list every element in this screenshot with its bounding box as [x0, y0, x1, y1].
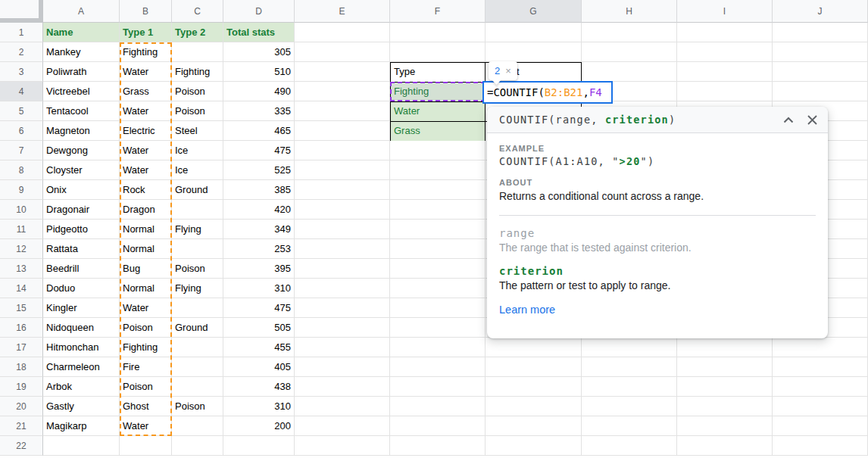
cell-J21[interactable] [773, 416, 868, 436]
cell-I21[interactable] [677, 416, 773, 436]
cell-D2[interactable]: 305 [223, 42, 295, 62]
cell-E10[interactable] [295, 200, 390, 220]
cell-C14[interactable]: Flying [172, 279, 223, 298]
cell-F5[interactable]: Water [391, 102, 486, 122]
cell-A3[interactable]: Poliwrath [43, 62, 120, 82]
cell-B13[interactable]: Bug [120, 259, 172, 279]
select-all-corner[interactable] [0, 0, 43, 23]
cell-E5[interactable] [295, 101, 390, 121]
cell-J3[interactable] [773, 62, 868, 82]
cell-I3[interactable] [677, 62, 773, 82]
cell-F19[interactable] [390, 377, 486, 397]
cell-A8[interactable]: Cloyster [43, 160, 120, 180]
cell-F18[interactable] [390, 357, 486, 377]
cell-C5[interactable]: Poison [172, 101, 223, 121]
cell-B6[interactable]: Electric [120, 121, 172, 141]
cell-E14[interactable] [295, 279, 390, 298]
cell-B3[interactable]: Water [120, 62, 172, 82]
column-header-G[interactable]: G [486, 0, 582, 23]
row-header-17[interactable]: 17 [0, 338, 43, 357]
cell-F22[interactable] [390, 436, 486, 456]
cell-C11[interactable]: Flying [172, 220, 223, 239]
cell-D10[interactable]: 420 [223, 200, 295, 220]
cell-A6[interactable]: Magneton [43, 121, 120, 141]
cell-G17[interactable] [486, 338, 582, 357]
cell-F4[interactable]: Fighting [391, 83, 486, 102]
cell-E22[interactable] [295, 436, 390, 456]
cell-C10[interactable] [172, 200, 223, 220]
cell-D9[interactable]: 385 [223, 180, 295, 200]
collapse-icon[interactable] [783, 117, 794, 123]
cell-D21[interactable]: 200 [223, 416, 295, 436]
cell-C4[interactable]: Poison [172, 82, 223, 101]
cell-F14[interactable] [390, 279, 486, 298]
row-header-19[interactable]: 19 [0, 377, 43, 397]
column-header-C[interactable]: C [172, 0, 223, 23]
cell-G1[interactable] [486, 23, 582, 42]
cell-F9[interactable] [390, 180, 486, 200]
cell-G20[interactable] [486, 397, 582, 416]
cell-D22[interactable] [223, 436, 295, 456]
cell-I17[interactable] [677, 338, 773, 357]
cell-A9[interactable]: Onix [43, 180, 120, 200]
cell-C12[interactable] [172, 239, 223, 259]
cell-A4[interactable]: Victreebel [43, 82, 120, 101]
cell-E6[interactable] [295, 121, 390, 141]
column-header-E[interactable]: E [295, 0, 390, 23]
cell-C18[interactable] [172, 357, 223, 377]
formula-editor[interactable]: =COUNTIF(B2:B21,F4 [482, 81, 613, 104]
cell-I19[interactable] [677, 377, 773, 397]
row-header-5[interactable]: 5 [0, 101, 43, 121]
cell-E7[interactable] [295, 141, 390, 160]
cell-I18[interactable] [677, 357, 773, 377]
preview-close-icon[interactable]: × [505, 65, 511, 76]
cell-E12[interactable] [295, 239, 390, 259]
cell-F17[interactable] [390, 338, 486, 357]
cell-F1[interactable] [390, 23, 486, 42]
cell-D14[interactable]: 310 [223, 279, 295, 298]
row-header-15[interactable]: 15 [0, 298, 43, 318]
cell-B20[interactable]: Ghost [120, 397, 172, 416]
cell-A15[interactable]: Kingler [43, 298, 120, 318]
cell-I2[interactable] [677, 42, 773, 62]
cell-A17[interactable]: Hitmonchan [43, 338, 120, 357]
cell-C15[interactable] [172, 298, 223, 318]
cell-E13[interactable] [295, 259, 390, 279]
cell-A13[interactable]: Beedrill [43, 259, 120, 279]
cell-A20[interactable]: Gastly [43, 397, 120, 416]
cell-B22[interactable] [120, 436, 172, 456]
cell-D4[interactable]: 490 [223, 82, 295, 101]
cell-E1[interactable] [295, 23, 390, 42]
cell-H18[interactable] [582, 357, 677, 377]
cell-B14[interactable]: Normal [120, 279, 172, 298]
cell-H19[interactable] [582, 377, 677, 397]
cell-A11[interactable]: Pidgeotto [43, 220, 120, 239]
row-header-10[interactable]: 10 [0, 200, 43, 220]
row-header-3[interactable]: 3 [0, 62, 43, 82]
cell-G19[interactable] [486, 377, 582, 397]
cell-F10[interactable] [390, 200, 486, 220]
cell-E17[interactable] [295, 338, 390, 357]
cell-A21[interactable]: Magikarp [43, 416, 120, 436]
cell-E8[interactable] [295, 160, 390, 180]
cell-B9[interactable]: Rock [120, 180, 172, 200]
cell-H3[interactable] [582, 62, 677, 82]
cell-D5[interactable]: 335 [223, 101, 295, 121]
cell-J2[interactable] [773, 42, 868, 62]
cell-I4[interactable] [677, 82, 773, 101]
cell-C17[interactable] [172, 338, 223, 357]
cell-E15[interactable] [295, 298, 390, 318]
cell-E19[interactable] [295, 377, 390, 397]
row-header-9[interactable]: 9 [0, 180, 43, 200]
cell-J20[interactable] [773, 397, 868, 416]
cell-H20[interactable] [582, 397, 677, 416]
row-header-11[interactable]: 11 [0, 220, 43, 239]
cell-D1[interactable]: Total stats [223, 23, 295, 42]
cell-F15[interactable] [390, 298, 486, 318]
row-header-16[interactable]: 16 [0, 318, 43, 338]
cell-B21[interactable]: Water [120, 416, 172, 436]
cell-B1[interactable]: Type 1 [120, 23, 172, 42]
cell-C19[interactable] [172, 377, 223, 397]
cell-C7[interactable]: Ice [172, 141, 223, 160]
column-header-D[interactable]: D [223, 0, 295, 23]
